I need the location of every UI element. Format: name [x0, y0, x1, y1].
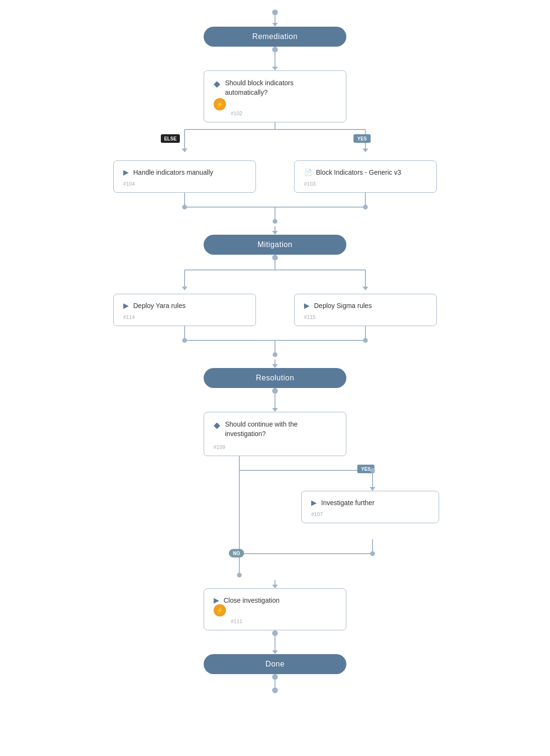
- investigate-title: Investigate further: [321, 499, 374, 507]
- close-id: #111: [214, 618, 336, 624]
- svg-text:NO: NO: [233, 551, 240, 556]
- action-close-investigation[interactable]: ▶ Close investigation ⚡ #111: [204, 588, 346, 630]
- merge-connector-1: [113, 193, 437, 226]
- lightning-badge-decision: ⚡: [214, 98, 226, 110]
- branch-investigate: YES NO ▶ Investigate furth: [97, 456, 453, 580]
- investigate-title-row: ▶ Investigate further: [311, 499, 429, 507]
- action-block-indicators[interactable]: 📄 Block Indicators - Generic v3 #103: [294, 160, 437, 193]
- sigma-title-row: ▶ Deploy Sigma rules: [304, 302, 427, 309]
- arrow-2: [272, 408, 278, 412]
- arrow-4: [272, 650, 278, 654]
- arrow-icon-close: ▶: [214, 597, 219, 604]
- split-svg-2: [113, 260, 437, 294]
- arrow-1: [272, 67, 278, 70]
- remediation-label: Remediation: [252, 32, 297, 40]
- decision-block-indicators[interactable]: ◆ Should block indicators automatically?…: [204, 70, 346, 122]
- yara-id: #114: [123, 314, 246, 320]
- handle-title-row: ▶ Handle indicators manually: [123, 169, 246, 176]
- svg-text:YES: YES: [357, 136, 367, 141]
- split-connector-mitigation: [113, 260, 437, 294]
- flow-diagram: Remediation ◆ Should block indicators au…: [0, 0, 550, 712]
- dot-after-resolution: [272, 388, 278, 394]
- svg-text:YES: YES: [361, 467, 371, 472]
- investigate-id: #107: [311, 511, 429, 517]
- handle-id: #104: [123, 181, 246, 187]
- split-connector-block: ELSE YES: [113, 122, 437, 160]
- action-handle-indicators[interactable]: ▶ Handle indicators manually #104: [113, 160, 256, 193]
- dot-after-close: [272, 630, 278, 636]
- yara-title: Deploy Yara rules: [133, 302, 186, 309]
- mitigation-label: Mitigation: [257, 240, 292, 249]
- split-row-deploy: ▶ Deploy Yara rules #114 ▶ Deploy Sigma …: [113, 294, 437, 326]
- merge-svg-2: [113, 326, 437, 359]
- line-3: [275, 580, 275, 585]
- book-icon: 📄: [304, 169, 312, 176]
- diamond-icon-2: ◆: [214, 420, 220, 430]
- svg-marker-3: [182, 149, 187, 152]
- arrow-to-resolution: [272, 364, 278, 368]
- svg-marker-37: [370, 487, 375, 491]
- line-2: [275, 394, 275, 408]
- continue-title-row: ◆ Should continue with the investigation…: [214, 420, 336, 438]
- arrow-icon-yara: ▶: [123, 302, 128, 309]
- top-entry-dot: [272, 10, 278, 15]
- arrow-icon-sigma: ▶: [304, 302, 309, 309]
- sigma-title: Deploy Sigma rules: [314, 302, 372, 309]
- split-svg-1: ELSE YES: [113, 122, 437, 160]
- block-id: #103: [304, 181, 427, 187]
- decision-continue-investigation[interactable]: ◆ Should continue with the investigation…: [204, 412, 346, 456]
- svg-marker-21: [182, 287, 187, 290]
- split-row-indicators: ▶ Handle indicators manually #104 📄 Bloc…: [113, 160, 437, 193]
- arrow-icon-investigate: ▶: [311, 499, 316, 507]
- svg-marker-23: [363, 287, 368, 290]
- arrow-3: [272, 585, 278, 588]
- arrow-top: [272, 23, 278, 27]
- line-to-resolution: [275, 359, 275, 364]
- svg-point-30: [273, 352, 277, 357]
- continue-id: #109: [214, 444, 336, 450]
- block-title-row: 📄 Block Indicators - Generic v3: [304, 169, 427, 176]
- arrow-to-mitigation: [272, 231, 278, 235]
- svg-point-17: [273, 219, 277, 224]
- svg-text:ELSE: ELSE: [164, 136, 177, 141]
- action-deploy-yara[interactable]: ▶ Deploy Yara rules #114: [113, 294, 256, 326]
- line-4: [275, 636, 275, 650]
- done-stage: Done: [204, 654, 346, 674]
- dot-after-mitigation: [272, 255, 278, 260]
- decision-title-row: ◆ Should block indicators automatically?: [214, 79, 336, 97]
- done-label: Done: [265, 660, 285, 668]
- line-1: [275, 52, 275, 67]
- resolution-label: Resolution: [256, 374, 295, 382]
- lightning-badge-close: ⚡: [214, 604, 226, 617]
- decision-block-id: #102: [214, 110, 336, 116]
- svg-marker-6: [363, 149, 368, 152]
- line-to-mitigation: [275, 226, 275, 231]
- mitigation-stage: Mitigation: [204, 235, 346, 255]
- close-title-row: ▶ Close investigation: [214, 597, 336, 604]
- block-title: Block Indicators - Generic v3: [316, 169, 401, 176]
- sigma-id: #115: [304, 314, 427, 320]
- dot-after-remediation: [272, 47, 278, 52]
- diamond-icon-1: ◆: [214, 79, 220, 89]
- svg-point-46: [237, 573, 242, 577]
- merge-connector-2: [113, 326, 437, 359]
- resolution-stage: Resolution: [204, 368, 346, 388]
- bottom-exit-dot: [272, 687, 278, 693]
- remediation-stage: Remediation: [204, 27, 346, 47]
- merge-svg-1: [113, 193, 437, 226]
- action-deploy-sigma[interactable]: ▶ Deploy Sigma rules #115: [294, 294, 437, 326]
- continue-title: Should continue with the investigation?: [225, 420, 336, 438]
- line-bottom: [275, 680, 275, 687]
- dot-after-done: [272, 674, 278, 680]
- connector-top: [275, 15, 275, 23]
- action-investigate-further[interactable]: ▶ Investigate further #107: [301, 491, 439, 523]
- handle-title: Handle indicators manually: [133, 169, 213, 176]
- arrow-icon-handle: ▶: [123, 169, 128, 176]
- close-title: Close investigation: [224, 597, 280, 604]
- decision-block-title: Should block indicators automatically?: [225, 79, 336, 97]
- yara-title-row: ▶ Deploy Yara rules: [123, 302, 246, 309]
